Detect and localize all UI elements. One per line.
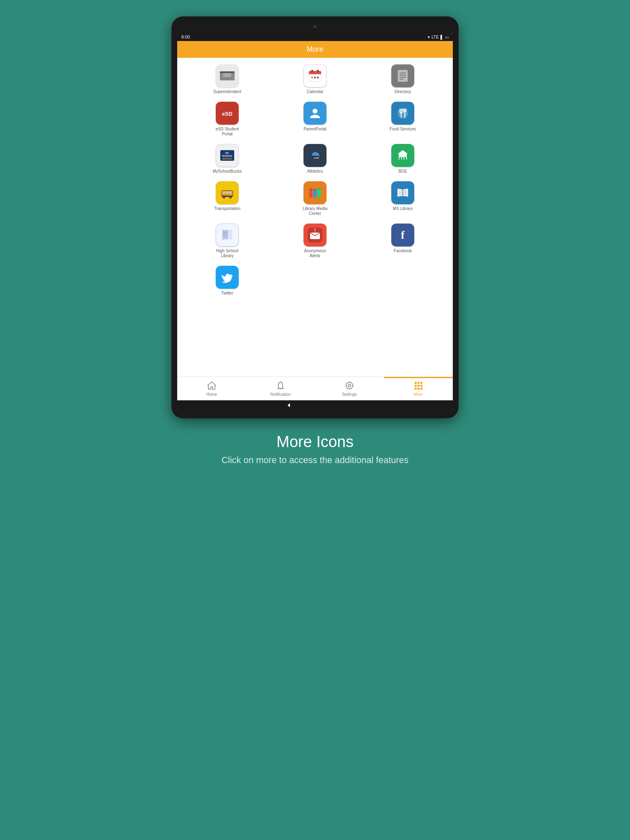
svg-text:!: ! (314, 228, 316, 233)
twitter-icon-wrapper (216, 266, 239, 289)
boe-label: BOE (398, 169, 407, 174)
svg-rect-81 (418, 385, 420, 387)
calendar-label: Calendar (307, 89, 324, 94)
more-grid-icon (414, 381, 423, 391)
parentportal-icon-wrapper (304, 102, 326, 125)
svg-text:SCHOOL: SCHOOL (222, 155, 233, 157)
anonymous-alerts-label: Anonymous Alerts (299, 249, 331, 258)
app-icon-superintendent[interactable]: Superintendent (185, 64, 269, 94)
nav-item-settings[interactable]: Settings (315, 377, 384, 400)
settings-icon (345, 381, 354, 391)
svg-rect-37 (399, 157, 401, 160)
nav-item-more[interactable]: More (384, 377, 453, 400)
svg-point-8 (314, 77, 316, 78)
home-button[interactable] (312, 402, 318, 408)
icons-grid: Superintendent (181, 64, 449, 296)
bottom-title: More Icons (221, 433, 409, 451)
wifi-icon: ▾ (428, 35, 430, 39)
esd-icon-wrapper: eSD (216, 102, 239, 125)
nav-item-home[interactable]: Home (177, 377, 246, 400)
bottom-subtitle: Click on more to access the additional f… (221, 455, 409, 466)
nav-notification-label: Notification (270, 392, 290, 397)
svg-rect-14 (399, 73, 406, 73)
nav-item-notification[interactable]: Notification (246, 377, 315, 400)
svg-rect-15 (399, 75, 406, 75)
athletics-label: Athletics (307, 169, 323, 174)
library-media-label: Library Media Center (299, 206, 331, 216)
app-icon-directory[interactable]: Directory (361, 64, 445, 94)
svg-rect-43 (223, 192, 225, 194)
back-button[interactable] (286, 402, 292, 408)
svg-marker-74 (208, 382, 216, 389)
svg-rect-83 (415, 388, 417, 390)
signal-icon: ▌ (441, 35, 443, 39)
bottom-navigation: Home Notification Sett (177, 377, 453, 400)
app-icon-boe[interactable]: BOE (361, 144, 445, 174)
nav-settings-label: Settings (342, 392, 357, 397)
svg-point-48 (224, 197, 225, 198)
recents-button[interactable] (338, 402, 344, 408)
parentportal-label: ParentPortal (304, 127, 326, 132)
superintendent-label: Superintendent (213, 89, 241, 94)
battery-icon: ▭ (445, 35, 449, 39)
svg-rect-50 (309, 189, 313, 198)
facebook-icon-wrapper: f (391, 224, 414, 247)
svg-text:MY: MY (226, 152, 229, 154)
app-icon-anonymous-alerts[interactable]: ! Anonymous Alerts (273, 224, 357, 258)
boe-icon-wrapper (391, 144, 414, 167)
svg-rect-13 (398, 70, 408, 82)
app-icon-calendar[interactable]: Calendar (273, 64, 357, 94)
tablet-screen: 8:00 ▾ LTE ▌ ▭ More (177, 33, 453, 410)
ms-library-label: MS Library (393, 206, 413, 211)
svg-point-49 (230, 197, 231, 198)
svg-rect-79 (420, 382, 422, 384)
app-icon-transportation[interactable]: Transportation (185, 181, 269, 216)
svg-text:BUCKS: BUCKS (223, 158, 231, 160)
svg-rect-77 (415, 382, 417, 384)
athletics-icon-wrapper (304, 144, 326, 167)
twitter-label: Twitter (221, 291, 233, 296)
app-content: Superintendent (177, 58, 453, 377)
app-header: More (177, 41, 453, 58)
app-icon-facebook[interactable]: f Facebook (361, 224, 445, 258)
svg-rect-39 (404, 157, 406, 160)
svg-rect-80 (415, 385, 417, 387)
svg-rect-51 (313, 189, 317, 197)
svg-rect-82 (420, 385, 422, 387)
nav-more-label: More (414, 392, 423, 397)
myschoolbucks-icon-wrapper: MY SCHOOL BUCKS (216, 144, 239, 167)
directory-icon-wrapper (391, 64, 414, 87)
myschoolbucks-label: MySchoolBucks (212, 169, 242, 174)
svg-point-9 (317, 77, 319, 78)
app-icon-library-media[interactable]: Library Media Center (273, 181, 357, 216)
system-nav (177, 400, 453, 410)
app-icon-hs-library[interactable]: High School Library (185, 224, 269, 258)
svg-rect-44 (226, 192, 228, 194)
library-media-icon-wrapper (304, 181, 326, 204)
svg-text:f: f (401, 228, 405, 241)
home-icon (207, 381, 216, 391)
svg-rect-54 (313, 189, 317, 190)
app-icon-athletics[interactable]: Athletics (273, 144, 357, 174)
svg-point-7 (311, 77, 313, 78)
app-icon-esd[interactable]: eSD eSD Student Portal (185, 102, 269, 137)
svg-point-21 (313, 109, 317, 114)
nav-home-label: Home (206, 392, 217, 397)
svg-rect-55 (317, 188, 321, 189)
app-icon-parentportal[interactable]: ParentPortal (273, 102, 357, 137)
transportation-label: Transportation (214, 206, 240, 211)
svg-marker-86 (288, 403, 290, 407)
directory-label: Directory (395, 89, 411, 94)
facebook-label: Facebook (394, 249, 412, 253)
tablet-top-bezel (177, 22, 453, 31)
esd-label: eSD Student Portal (211, 127, 244, 137)
app-icon-food-services[interactable]: Food Services (361, 102, 445, 137)
app-icon-ms-library[interactable]: MS Library (361, 181, 445, 216)
anonymous-icon-wrapper: ! (304, 224, 326, 247)
svg-rect-2 (223, 73, 231, 77)
app-icon-myschoolbucks[interactable]: MY SCHOOL BUCKS MySchoolBucks (185, 144, 269, 174)
hs-library-icon-wrapper (216, 224, 239, 247)
app-icon-twitter[interactable]: Twitter (185, 266, 269, 296)
svg-rect-84 (418, 388, 420, 390)
status-icons: ▾ LTE ▌ ▭ (428, 35, 449, 39)
